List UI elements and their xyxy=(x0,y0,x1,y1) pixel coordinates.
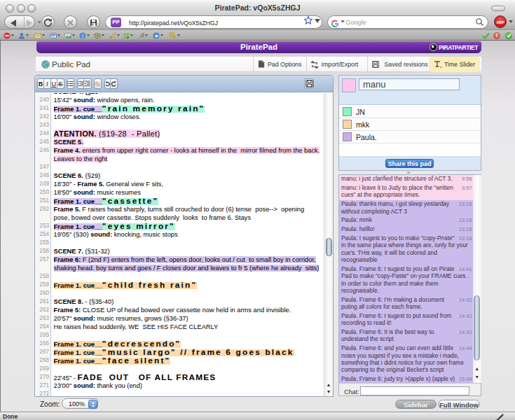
svg-text:i: i xyxy=(82,32,83,38)
